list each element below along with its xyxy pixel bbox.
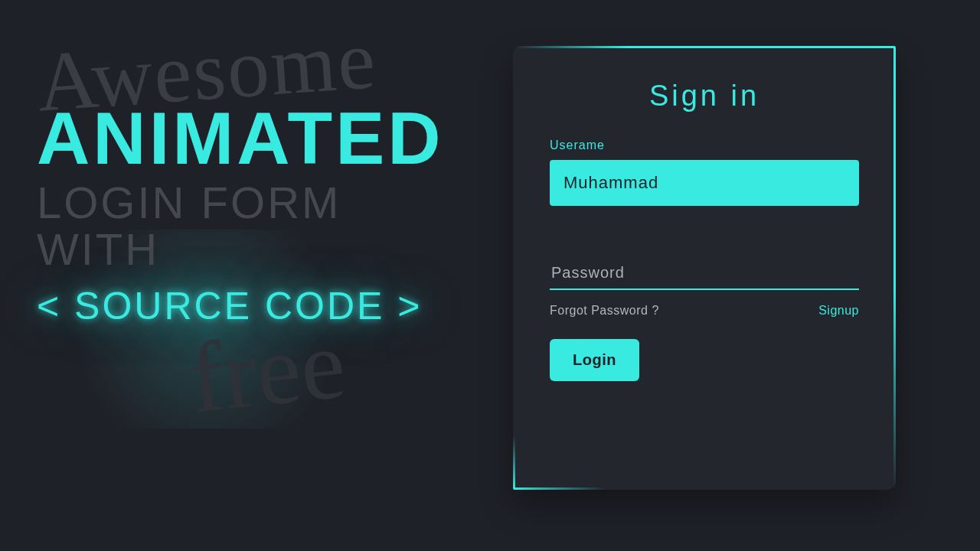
username-field: Userame — [550, 139, 859, 206]
signup-link[interactable]: Signup — [818, 304, 859, 318]
promo-line-loginform: LOGIN FORM WITH — [37, 180, 450, 273]
links-row: Forgot Password ? Signup — [550, 304, 859, 318]
promo-word-animated: ANIMATED — [37, 102, 450, 175]
promo-word-awesome: Awesome — [34, 16, 452, 120]
card-border-segment — [513, 436, 515, 490]
username-input[interactable] — [550, 160, 859, 206]
card-border-segment — [513, 487, 605, 490]
card-border-segment — [513, 46, 896, 48]
card-border-segment — [893, 46, 896, 490]
promo-line-sourcecode: < SOURCE CODE > — [37, 284, 450, 328]
username-label: Userame — [550, 139, 859, 152]
card-title: Sign in — [550, 80, 859, 112]
password-input[interactable] — [550, 261, 859, 290]
login-button[interactable]: Login — [550, 339, 639, 381]
promo-block: Awesome ANIMATED LOGIN FORM WITH < SOURC… — [37, 31, 450, 410]
password-field — [550, 261, 859, 290]
forgot-password-link[interactable]: Forgot Password ? — [550, 304, 659, 318]
background-glow — [31, 230, 383, 429]
promo-word-free: free — [186, 307, 454, 423]
login-card: Sign in Userame Forgot Password ? Signup… — [513, 46, 896, 490]
